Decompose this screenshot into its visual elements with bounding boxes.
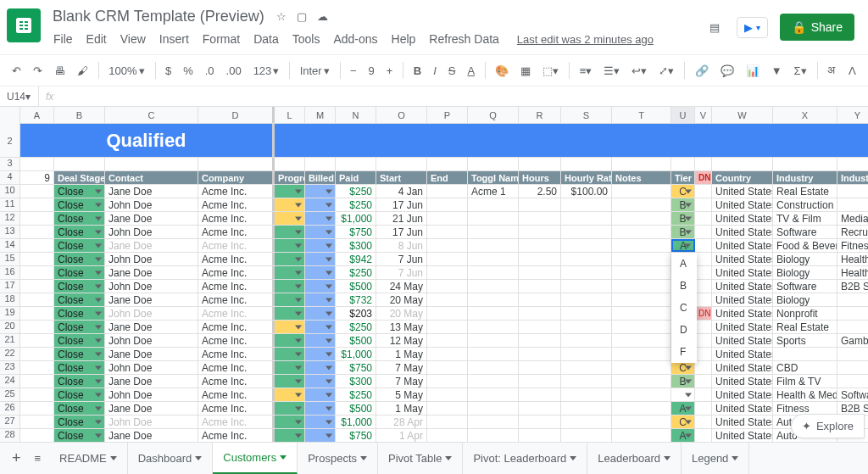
- redo-button[interactable]: ↷: [28, 61, 47, 81]
- strike-button[interactable]: S: [443, 61, 461, 81]
- notes-cell[interactable]: [612, 321, 671, 333]
- paid-cell[interactable]: $250: [336, 388, 376, 401]
- contact-cell[interactable]: Jane Doe: [105, 239, 198, 252]
- rate-cell[interactable]: [561, 334, 612, 347]
- industry2-cell[interactable]: [837, 361, 868, 374]
- hours-cell[interactable]: 2.50: [519, 185, 561, 198]
- industry2-cell[interactable]: [837, 348, 868, 360]
- cell-a[interactable]: [20, 348, 54, 360]
- notes-cell[interactable]: [612, 185, 671, 198]
- industry-cell[interactable]: Film & TV: [773, 375, 837, 388]
- country-cell[interactable]: United States: [712, 293, 773, 306]
- end-cell[interactable]: [427, 361, 468, 374]
- star-icon[interactable]: ☆: [276, 10, 287, 23]
- menu-insert[interactable]: Insert: [153, 29, 195, 49]
- company-cell[interactable]: Acme Inc.: [198, 388, 275, 401]
- start-cell[interactable]: 7 Jun: [376, 266, 427, 279]
- comment-button[interactable]: 💬: [715, 61, 739, 81]
- cell[interactable]: [468, 158, 519, 170]
- end-cell[interactable]: [427, 415, 468, 428]
- company-cell[interactable]: Acme Inc.: [198, 266, 275, 279]
- contact-cell[interactable]: Jane Doe: [105, 348, 198, 360]
- progress-cell[interactable]: [275, 198, 305, 211]
- billed-cell[interactable]: [305, 361, 336, 374]
- progress-cell[interactable]: [275, 185, 305, 198]
- cell[interactable]: [305, 158, 336, 170]
- paid-cell[interactable]: $300: [336, 375, 376, 388]
- end-cell[interactable]: [427, 239, 468, 252]
- menu-tools[interactable]: Tools: [287, 29, 326, 49]
- start-cell[interactable]: 24 May: [376, 280, 427, 293]
- zoom-select[interactable]: 100% ▾: [103, 61, 149, 81]
- notes-cell[interactable]: [612, 415, 671, 428]
- valign-button[interactable]: ☰▾: [598, 61, 625, 81]
- country-cell[interactable]: United States: [712, 334, 773, 347]
- end-cell[interactable]: [427, 226, 468, 238]
- toggl-cell[interactable]: [468, 226, 519, 238]
- billed-cell[interactable]: [305, 307, 336, 320]
- industry-cell[interactable]: Software: [773, 226, 837, 238]
- notes-cell[interactable]: [612, 361, 671, 374]
- country-cell[interactable]: United States: [712, 266, 773, 279]
- company-cell[interactable]: Acme Inc.: [198, 429, 275, 442]
- cell[interactable]: [105, 158, 198, 170]
- col-header-O[interactable]: O: [376, 107, 427, 123]
- industry-cell[interactable]: Nonprofit: [773, 307, 837, 320]
- toggl-cell[interactable]: [468, 198, 519, 211]
- toggl-cell[interactable]: [468, 293, 519, 306]
- hours-cell[interactable]: [519, 361, 561, 374]
- end-cell[interactable]: [427, 198, 468, 211]
- collapse-toolbar[interactable]: ᐱ: [843, 61, 861, 81]
- company-cell[interactable]: Acme Inc.: [198, 280, 275, 293]
- start-cell[interactable]: 20 May: [376, 293, 427, 306]
- dnb-cell[interactable]: [695, 348, 712, 360]
- industry2-cell[interactable]: Health & I: [837, 266, 868, 279]
- rate-cell[interactable]: $100.00: [561, 185, 612, 198]
- spreadsheet-grid[interactable]: ABCDLMNOPQRSTUVWXY 2Qualified349Deal Sta…: [0, 107, 868, 442]
- more-formats[interactable]: 123▾: [248, 61, 285, 81]
- paid-cell[interactable]: $250: [336, 321, 376, 333]
- deal-stage-cell[interactable]: Close: [54, 415, 105, 428]
- col-header-V[interactable]: V: [695, 107, 712, 123]
- cell[interactable]: [427, 158, 468, 170]
- paid-cell[interactable]: $1,000: [336, 415, 376, 428]
- sheet-tab-readme[interactable]: README: [49, 443, 128, 474]
- hours-cell[interactable]: [519, 266, 561, 279]
- end-cell[interactable]: [427, 348, 468, 360]
- dnb-cell[interactable]: [695, 266, 712, 279]
- paid-cell[interactable]: $500: [336, 280, 376, 293]
- industry2-cell[interactable]: Health & I: [837, 253, 868, 265]
- deal-stage-cell[interactable]: Close: [54, 253, 105, 265]
- cell-a[interactable]: [20, 375, 54, 388]
- rate-cell[interactable]: [561, 388, 612, 401]
- font-size-dec[interactable]: −: [345, 61, 362, 81]
- country-cell[interactable]: United States: [712, 185, 773, 198]
- col-header-M[interactable]: M: [305, 107, 336, 123]
- col-header-T[interactable]: T: [612, 107, 671, 123]
- hours-cell[interactable]: [519, 280, 561, 293]
- toggl-cell[interactable]: [468, 321, 519, 333]
- menu-data[interactable]: Data: [248, 29, 285, 49]
- toggl-cell[interactable]: [468, 266, 519, 279]
- hours-cell[interactable]: [519, 402, 561, 415]
- country-cell[interactable]: United States: [712, 388, 773, 401]
- hours-cell[interactable]: [519, 375, 561, 388]
- format-currency[interactable]: $: [160, 61, 176, 81]
- chart-button[interactable]: 📊: [741, 61, 765, 81]
- cell[interactable]: [376, 158, 427, 170]
- industry-cell[interactable]: Real Estate: [773, 185, 837, 198]
- company-cell[interactable]: Acme Inc.: [198, 348, 275, 360]
- start-cell[interactable]: 5 May: [376, 388, 427, 401]
- merge-button[interactable]: ⬚▾: [537, 61, 564, 81]
- cell[interactable]: [54, 158, 105, 170]
- industry2-cell[interactable]: Recruiting: [837, 226, 868, 238]
- col-header-C[interactable]: C: [105, 107, 198, 123]
- notes-cell[interactable]: [612, 348, 671, 360]
- industry2-cell[interactable]: [837, 185, 868, 198]
- name-box[interactable]: U14 ▾: [0, 86, 39, 106]
- col-header-Q[interactable]: Q: [468, 107, 519, 123]
- country-cell[interactable]: United States: [712, 212, 773, 225]
- end-cell[interactable]: [427, 321, 468, 333]
- sheet-tab-leaderboard[interactable]: Leaderboard: [587, 443, 682, 474]
- rate-cell[interactable]: [561, 307, 612, 320]
